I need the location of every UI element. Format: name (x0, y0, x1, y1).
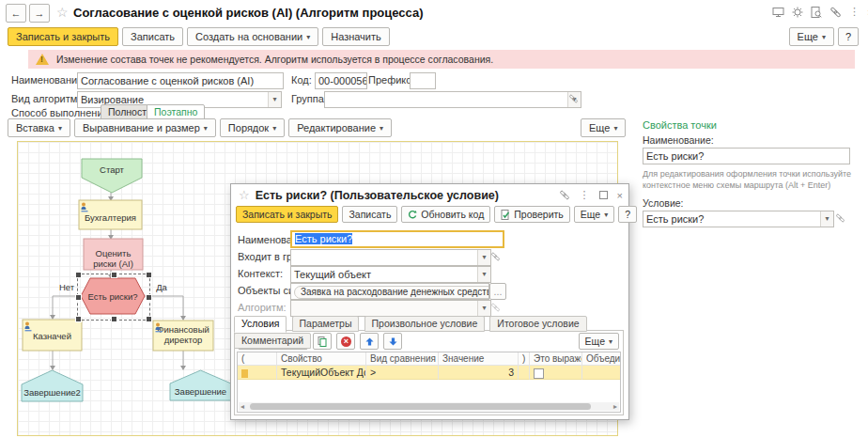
favorite-star-icon[interactable]: ☆ (239, 188, 250, 202)
col-comparison[interactable]: Вид сравнения (366, 352, 439, 366)
align-menu-button[interactable]: Выравнивание и размер▾ (74, 118, 216, 137)
link-icon[interactable] (489, 249, 502, 264)
resize-handle[interactable] (111, 316, 117, 322)
resize-handle[interactable] (146, 272, 152, 278)
tab-parameters[interactable]: Параметры (292, 316, 360, 332)
favorite-star-icon[interactable]: ☆ (56, 5, 69, 20)
link-icon[interactable] (559, 190, 570, 200)
condition-dialog: ☆ Есть риски? (Пользовательское условие)… (230, 183, 629, 420)
dialog-help-button[interactable]: ? (618, 206, 637, 223)
point-name-input[interactable]: Есть риски? (643, 148, 850, 164)
dlg-group-combo[interactable]: ▾ (290, 249, 491, 266)
group-combo[interactable]: ▾ (324, 91, 581, 108)
warning-text: Изменение состава точек не рекомендуется… (56, 54, 493, 65)
name-input[interactable]: Согласование с оценкой рисков (AI) (77, 72, 284, 89)
col-close-paren[interactable]: ) (519, 352, 530, 366)
monitor-icon[interactable] (772, 7, 784, 18)
gear-icon[interactable] (792, 7, 803, 18)
chevron-down-icon[interactable]: ▾ (477, 267, 490, 282)
scrollbar-thumb[interactable] (250, 403, 591, 410)
cell-property[interactable]: ТекущийОбъект Доп... (277, 366, 366, 380)
insert-menu-button[interactable]: Вставка▾ (8, 118, 70, 137)
scroll-left-icon[interactable]: ◂ (240, 402, 244, 411)
dlg-name-input[interactable]: Есть риски? (290, 230, 504, 248)
cell-is-expression[interactable] (530, 366, 582, 380)
finish2-node-label[interactable]: Завершение2 (22, 388, 83, 399)
dialog-check-button[interactable]: Проверить (494, 206, 570, 223)
dialog-save-button[interactable]: Записать (342, 206, 397, 223)
col-property[interactable]: Свойство (277, 352, 366, 366)
forward-button[interactable]: → (29, 4, 50, 23)
save-button[interactable]: Записать (122, 27, 183, 46)
panel-title: Свойства точки (643, 119, 855, 131)
edit-menu-button[interactable]: Редактирование▾ (288, 118, 392, 137)
scheme-more-button[interactable]: Еще▾ (581, 118, 626, 137)
kebab-menu-icon[interactable]: ⋮ (849, 6, 860, 18)
dlg-objects-ellipsis-button[interactable]: ... (489, 283, 506, 300)
cell-close-paren[interactable] (519, 366, 530, 380)
grid-row[interactable]: ТекущийОбъект Доп... > 3 (238, 366, 620, 380)
back-button[interactable]: ← (6, 4, 26, 23)
chevron-down-icon[interactable]: ▾ (477, 250, 490, 265)
help-button[interactable]: ? (838, 27, 859, 46)
order-menu-button[interactable]: Порядок▾ (220, 118, 285, 137)
col-union[interactable]: Объединение с (582, 352, 620, 366)
accounting-node-label[interactable]: Бухгалтерия (79, 213, 142, 224)
resize-handle[interactable] (111, 272, 117, 278)
point-properties-panel: Свойства точки Наименование: Есть риски?… (643, 119, 855, 227)
chevron-down-icon[interactable]: ▾ (820, 211, 833, 227)
link-icon[interactable] (567, 91, 580, 106)
dialog-save-close-button[interactable]: Записать и закрыть (236, 206, 338, 223)
command-bar-right: Еще▾ ? (789, 27, 859, 46)
dialog-refresh-code-button[interactable]: Обновить код (401, 206, 490, 223)
col-is-expression[interactable]: Это выражение (530, 352, 582, 366)
link-icon[interactable] (489, 300, 502, 315)
assess-node-label[interactable]: Оценить риски (AI) (84, 249, 143, 270)
horizontal-scrollbar[interactable]: ◂ ▸ (239, 402, 619, 411)
chevron-down-icon: ▾ (306, 33, 310, 41)
maximize-icon[interactable] (599, 191, 608, 199)
chevron-down-icon[interactable]: ▾ (268, 92, 281, 107)
cell-union[interactable] (582, 366, 620, 380)
resize-handle[interactable] (75, 272, 82, 278)
assign-button[interactable]: Назначить (322, 27, 390, 46)
resize-handle[interactable] (146, 294, 152, 301)
row-marker-icon (241, 369, 248, 378)
preview-icon[interactable] (811, 7, 822, 18)
tab-comment[interactable]: Комментарий (234, 333, 311, 349)
col-value[interactable]: Значение (439, 352, 519, 366)
treasurer-node-label[interactable]: Казначей (23, 332, 82, 342)
grid-header-row: ( Свойство Вид сравнения Значение ) Это … (238, 352, 620, 366)
chevron-down-icon[interactable]: ▾ (477, 301, 490, 316)
code-input[interactable]: 00-000056 (315, 72, 367, 89)
close-icon[interactable]: × (617, 190, 623, 201)
prefix-input[interactable] (410, 72, 436, 89)
col-open-paren[interactable]: ( (238, 352, 277, 366)
dlg-algorithm-label: Алгоритм: (238, 302, 287, 313)
more-button[interactable]: Еще▾ (789, 27, 834, 46)
link-icon[interactable] (834, 211, 846, 226)
finish-node-label[interactable]: Завершение (170, 387, 231, 398)
expression-checkbox[interactable] (534, 368, 544, 379)
tab-conditions[interactable]: Условия (234, 316, 287, 333)
resize-handle[interactable] (75, 294, 82, 301)
dlg-algorithm-combo[interactable]: ▾ (290, 300, 491, 317)
selection-frame[interactable] (77, 274, 150, 321)
cell-value[interactable]: 3 (439, 366, 519, 380)
condition-combo[interactable]: Есть риски?▾ (643, 211, 834, 227)
resize-handle[interactable] (146, 316, 152, 322)
link-icon[interactable] (829, 7, 842, 18)
kebab-menu-icon[interactable]: ⋮ (580, 189, 590, 201)
resize-handle[interactable] (75, 316, 82, 322)
tab-total-condition[interactable]: Итоговое условие (489, 316, 586, 332)
start-node-label[interactable]: Старт (82, 165, 142, 176)
dialog-more-button[interactable]: Еще▾ (574, 206, 614, 223)
cell-comparison[interactable]: > (366, 366, 439, 380)
dlg-objects-input[interactable]: Заявка на расходование денежных средств … (290, 283, 489, 300)
save-close-button[interactable]: Записать и закрыть (8, 27, 118, 46)
scroll-right-icon[interactable]: ▸ (613, 402, 617, 411)
dialog-title: Есть риски? (Пользовательское условие) (256, 189, 499, 202)
dlg-context-combo[interactable]: Текущий объект▾ (290, 266, 491, 283)
tab-custom-condition[interactable]: Произвольное условие (364, 316, 486, 332)
create-from-button[interactable]: Создать на основании▾ (187, 27, 318, 46)
